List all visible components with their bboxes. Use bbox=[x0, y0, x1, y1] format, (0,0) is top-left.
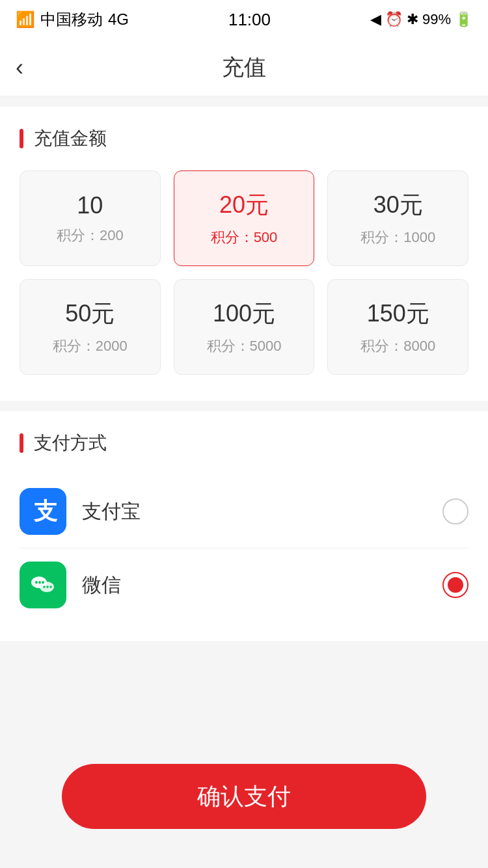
amount-points-10: 积分：200 bbox=[57, 226, 124, 245]
network-text: 4G bbox=[108, 10, 129, 29]
svg-point-4 bbox=[38, 581, 41, 584]
amount-value-150: 150元 bbox=[367, 298, 429, 330]
amount-card-50[interactable]: 50元 积分：2000 bbox=[20, 279, 161, 375]
amount-points-50: 积分：2000 bbox=[53, 336, 128, 356]
amount-card-30[interactable]: 30元 积分：1000 bbox=[327, 170, 468, 266]
svg-point-7 bbox=[46, 586, 49, 588]
back-button[interactable]: ‹ bbox=[16, 54, 23, 81]
amount-card-100[interactable]: 100元 积分：5000 bbox=[174, 279, 315, 375]
payment-item-wechat[interactable]: 微信 bbox=[20, 549, 468, 621]
wechat-label: 微信 bbox=[82, 572, 442, 599]
carrier-text: 中国移动 bbox=[40, 9, 103, 30]
status-left: 📶 中国移动 4G bbox=[16, 9, 129, 30]
status-right: ◀ ⏰ ✱ 99% 🔋 bbox=[370, 11, 472, 28]
svg-text:支: 支 bbox=[33, 498, 57, 524]
amount-points-100: 积分：5000 bbox=[207, 336, 282, 356]
payment-section: 支付方式 支 支付宝 微信 bbox=[0, 411, 488, 641]
amount-grid: 10 积分：200 20元 积分：500 30元 积分：1000 50元 积分：… bbox=[20, 170, 468, 375]
amount-card-20[interactable]: 20元 积分：500 bbox=[174, 170, 315, 266]
status-bar: 📶 中国移动 4G 11:00 ◀ ⏰ ✱ 99% 🔋 bbox=[0, 0, 488, 39]
svg-point-6 bbox=[43, 586, 46, 588]
amount-card-150[interactable]: 150元 积分：8000 bbox=[327, 279, 468, 375]
wechat-icon bbox=[20, 562, 66, 608]
svg-point-3 bbox=[35, 581, 38, 584]
amount-points-30: 积分：1000 bbox=[360, 228, 435, 247]
payment-item-alipay[interactable]: 支 支付宝 bbox=[20, 475, 468, 549]
confirm-payment-button[interactable]: 确认支付 bbox=[62, 764, 426, 829]
page-title: 充值 bbox=[222, 53, 266, 83]
clock-icon: ⏰ bbox=[385, 11, 403, 28]
nav-bar: ‹ 充值 bbox=[0, 39, 488, 96]
alipay-icon: 支 bbox=[20, 488, 66, 535]
amount-value-30: 30元 bbox=[373, 189, 423, 221]
amount-card-10[interactable]: 10 积分：200 bbox=[20, 170, 161, 266]
amount-points-150: 积分：8000 bbox=[360, 336, 435, 356]
recharge-section-title: 充值金额 bbox=[20, 126, 468, 151]
battery-icon: 🔋 bbox=[455, 11, 472, 28]
confirm-button-wrap: 确认支付 bbox=[62, 764, 426, 829]
amount-value-100: 100元 bbox=[213, 298, 275, 330]
recharge-section: 充值金额 10 积分：200 20元 积分：500 30元 积分：1000 50… bbox=[0, 107, 488, 401]
bluetooth-icon: ✱ bbox=[407, 11, 418, 28]
svg-point-5 bbox=[42, 581, 44, 584]
wechat-radio[interactable] bbox=[442, 572, 468, 598]
amount-value-50: 50元 bbox=[65, 298, 115, 330]
location-icon: ◀ bbox=[370, 11, 381, 28]
amount-points-20: 积分：500 bbox=[211, 228, 278, 247]
signal-icon: 📶 bbox=[16, 10, 35, 29]
svg-point-8 bbox=[49, 586, 52, 588]
alipay-label: 支付宝 bbox=[82, 498, 442, 525]
alipay-radio[interactable] bbox=[442, 498, 468, 524]
amount-value-10: 10 bbox=[77, 192, 103, 219]
status-time: 11:00 bbox=[228, 10, 271, 30]
amount-value-20: 20元 bbox=[219, 189, 269, 221]
battery-text: 99% bbox=[422, 11, 451, 28]
back-icon: ‹ bbox=[16, 54, 23, 81]
payment-section-title: 支付方式 bbox=[20, 431, 468, 455]
